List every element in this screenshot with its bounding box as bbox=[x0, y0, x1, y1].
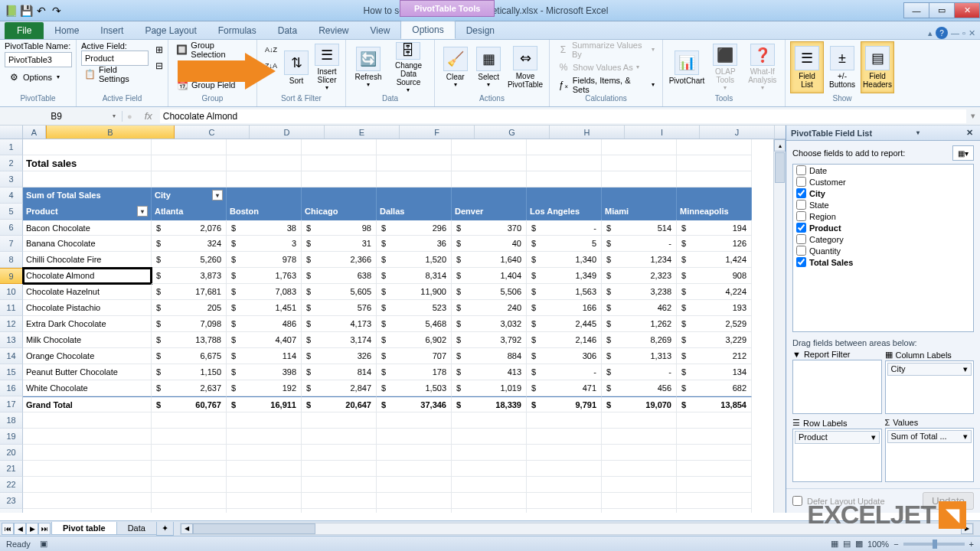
tab-home[interactable]: Home bbox=[44, 22, 90, 39]
report-filter-area[interactable] bbox=[792, 360, 882, 414]
group-selection-button[interactable]: 🔲Group Selection bbox=[173, 41, 252, 57]
field-checkbox[interactable] bbox=[796, 246, 806, 256]
dropdown-icon[interactable]: ▾ bbox=[871, 432, 876, 442]
col-header-a[interactable]: A bbox=[23, 126, 46, 139]
sheet-tab-data[interactable]: Data bbox=[116, 522, 157, 535]
fields-items-sets-button[interactable]: ƒₓFields, Items, & Sets▾ bbox=[554, 77, 658, 93]
col-header-h[interactable]: H bbox=[550, 126, 625, 139]
field-category[interactable]: Category bbox=[793, 233, 973, 245]
collapse-field-button[interactable]: ⊟ bbox=[150, 57, 168, 73]
zoom-level[interactable]: 100% bbox=[867, 540, 889, 549]
tab-formulas[interactable]: Formulas bbox=[207, 22, 267, 39]
active-field-input[interactable] bbox=[81, 51, 149, 66]
expand-field-button[interactable]: ⊞ bbox=[150, 41, 168, 57]
select-button[interactable]: ▦Select▾ bbox=[473, 41, 505, 93]
sort-button[interactable]: ⇅Sort bbox=[282, 41, 311, 93]
refresh-button[interactable]: 🔄Refresh▾ bbox=[351, 41, 386, 93]
tab-insert[interactable]: Insert bbox=[90, 22, 134, 39]
group-field-button[interactable]: 📆Group Field bbox=[173, 77, 238, 93]
value-field-sum[interactable]: Sum of Total ...▾ bbox=[887, 430, 972, 443]
name-box[interactable]: ▾ bbox=[0, 111, 122, 122]
maximize-button[interactable]: ▭ bbox=[929, 2, 955, 18]
tab-page-layout[interactable]: Page Layout bbox=[134, 22, 207, 39]
scroll-up-icon[interactable]: ▴ bbox=[774, 139, 786, 152]
new-sheet-button[interactable]: ✦ bbox=[156, 522, 174, 536]
name-box-dropdown-icon[interactable]: ▾ bbox=[109, 112, 119, 119]
column-labels-area[interactable]: City▾ bbox=[885, 360, 975, 414]
olap-tools-button[interactable]: ⬛OLAP Tools▾ bbox=[707, 41, 743, 93]
row-field-product[interactable]: Product▾ bbox=[795, 431, 880, 444]
zoom-in-icon[interactable]: + bbox=[969, 540, 974, 549]
field-product[interactable]: Product bbox=[793, 222, 973, 233]
fx-icon[interactable]: fx bbox=[137, 110, 160, 122]
formula-input[interactable] bbox=[160, 109, 966, 123]
field-checkbox[interactable] bbox=[796, 177, 806, 187]
field-checkbox[interactable] bbox=[796, 165, 806, 175]
whatif-button[interactable]: ❓What-If Analysis▾ bbox=[745, 41, 781, 93]
expand-buttons-button[interactable]: ±+/- Buttons bbox=[825, 41, 859, 93]
window-close-icon[interactable]: ✕ bbox=[969, 28, 975, 38]
summarize-values-button[interactable]: ΣSummarize Values By▾ bbox=[554, 41, 658, 57]
field-checkbox[interactable] bbox=[796, 188, 806, 198]
dropdown-icon[interactable]: ▾ bbox=[963, 364, 968, 374]
hscroll-thumb[interactable] bbox=[193, 523, 315, 534]
show-values-as-button[interactable]: %Show Values As▾ bbox=[554, 59, 642, 75]
next-sheet-icon[interactable]: ▶ bbox=[26, 523, 38, 535]
field-list-close-icon[interactable]: ✕ bbox=[964, 128, 975, 138]
field-checkbox[interactable] bbox=[796, 211, 806, 221]
product-filter-icon[interactable]: ▾ bbox=[137, 206, 148, 217]
tab-options[interactable]: Options bbox=[400, 21, 455, 39]
field-list-button[interactable]: ☰Field List bbox=[790, 41, 824, 93]
minimize-button[interactable]: — bbox=[903, 2, 929, 18]
field-settings-button[interactable]: 📋Field Settings bbox=[81, 66, 149, 82]
col-header-d[interactable]: D bbox=[250, 126, 325, 139]
file-tab[interactable]: File bbox=[5, 22, 44, 39]
field-quantity[interactable]: Quantity bbox=[793, 245, 973, 256]
sheet-tab-pivot[interactable]: Pivot table bbox=[51, 522, 117, 535]
ungroup-button[interactable]: 🔳Ungroup bbox=[173, 59, 227, 75]
tab-data[interactable]: Data bbox=[267, 22, 308, 39]
close-button[interactable]: ✕ bbox=[954, 2, 980, 18]
clear-button[interactable]: 🧹Clear▾ bbox=[439, 41, 472, 93]
field-checkbox[interactable] bbox=[796, 257, 806, 267]
first-sheet-icon[interactable]: ⏮ bbox=[2, 523, 14, 535]
scroll-left-icon[interactable]: ◀ bbox=[181, 523, 193, 534]
field-region[interactable]: Region bbox=[793, 210, 973, 222]
window-minimize-icon[interactable]: — bbox=[951, 28, 959, 37]
col-header-i[interactable]: I bbox=[625, 126, 700, 139]
field-checkbox[interactable] bbox=[796, 223, 806, 233]
change-data-source-button[interactable]: 🗄Change Data Source▾ bbox=[387, 41, 430, 93]
pivottable-name-input[interactable] bbox=[5, 52, 72, 67]
move-pivottable-button[interactable]: ⇔Move PivotTable bbox=[506, 41, 544, 93]
insert-slicer-button[interactable]: ☰Insert Slicer▾ bbox=[312, 41, 341, 93]
field-checkbox[interactable] bbox=[796, 200, 806, 210]
col-header-e[interactable]: E bbox=[325, 126, 400, 139]
help-icon[interactable]: ? bbox=[936, 27, 948, 39]
name-box-input[interactable] bbox=[3, 111, 109, 122]
zoom-out-icon[interactable]: − bbox=[893, 540, 898, 549]
minimize-ribbon-icon[interactable]: ▴ bbox=[928, 28, 933, 38]
field-city[interactable]: City bbox=[793, 187, 973, 199]
field-checkbox[interactable] bbox=[796, 234, 806, 244]
tab-review[interactable]: Review bbox=[308, 22, 359, 39]
row-labels-area[interactable]: Product▾ bbox=[792, 429, 882, 482]
col-header-g[interactable]: G bbox=[475, 126, 550, 139]
macro-record-icon[interactable]: ▣ bbox=[40, 539, 47, 549]
field-state[interactable]: State bbox=[793, 199, 973, 210]
col-header-f[interactable]: F bbox=[400, 126, 475, 139]
expand-formula-icon[interactable]: ▾ bbox=[966, 111, 980, 121]
window-restore-icon[interactable]: ▫ bbox=[962, 28, 965, 37]
tab-design[interactable]: Design bbox=[456, 22, 505, 39]
field-total-sales[interactable]: Total Sales bbox=[793, 256, 973, 268]
field-list-layout-button[interactable]: ▦▾ bbox=[952, 145, 974, 161]
defer-layout-checkbox[interactable] bbox=[792, 496, 802, 506]
options-button[interactable]: ⚙Options▾ bbox=[5, 69, 63, 85]
sort-za-button[interactable]: Z↓A bbox=[262, 57, 280, 73]
worksheet[interactable]: A B C D E F G H I J 12Total sales34Sum o… bbox=[0, 126, 786, 513]
redo-icon[interactable]: ↷ bbox=[51, 5, 63, 17]
prev-sheet-icon[interactable]: ◀ bbox=[14, 523, 26, 535]
undo-icon[interactable]: ↶ bbox=[35, 5, 47, 17]
col-header-c[interactable]: C bbox=[175, 126, 250, 139]
tab-view[interactable]: View bbox=[360, 22, 401, 39]
city-filter-icon[interactable]: ▾ bbox=[212, 190, 223, 201]
